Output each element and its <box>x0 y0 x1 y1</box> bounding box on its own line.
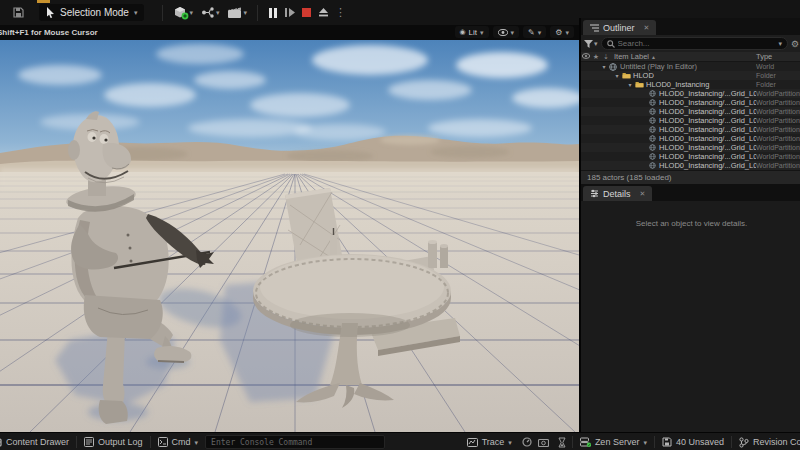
add-actor-icon[interactable]: ▾ <box>169 4 197 22</box>
actor-icon <box>647 117 657 124</box>
zen-server-icon <box>580 437 591 447</box>
output-log-button[interactable]: Output Log <box>77 433 150 450</box>
hourglass-icon <box>552 433 572 450</box>
expand-arrow-icon[interactable]: ▾ <box>600 63 608 70</box>
outliner-row[interactable]: ▾HLOD0_InstancingFolder <box>581 80 800 89</box>
star-column-icon[interactable]: ★ <box>591 53 601 60</box>
row-type: WorldPartitionH <box>756 90 800 97</box>
details-tab-label: Details <box>603 189 631 199</box>
outliner-row[interactable]: HLOD0_Instancing/...Grid_L0_X-1_Y-3_Z0Wo… <box>581 107 800 116</box>
selection-mode-dropdown[interactable]: Selection Mode ▾ <box>39 4 144 21</box>
item-label-column-header[interactable]: Item Label ▲ <box>611 52 756 61</box>
search-history-chevron[interactable]: ▾ <box>778 40 782 47</box>
stop-button[interactable] <box>299 5 314 21</box>
row-type: WorldPartitionH <box>756 153 800 160</box>
filter-icon <box>584 40 593 48</box>
outliner-row[interactable]: ▾Untitled (Play In Editor)World <box>581 62 800 71</box>
toolbar-overflow-icon[interactable]: ⋮ <box>333 5 348 21</box>
actor-icon <box>647 90 657 97</box>
outliner-row[interactable]: HLOD0_Instancing/...Grid_L0_X-1_Y-1_Z0Wo… <box>581 89 800 98</box>
row-type: WorldPartitionH <box>756 135 800 142</box>
outliner-row[interactable]: HLOD0_Instancing/...Grid_L0_X-1_Y2_Z0Wor… <box>581 143 800 152</box>
outliner-list-icon <box>590 24 599 32</box>
row-label: HLOD0_Instancing/...Grid_L0_X-1_Y-4_Z0 <box>657 116 756 125</box>
outliner-searchbox[interactable]: ▾ <box>601 37 788 50</box>
step-frame-button[interactable] <box>282 5 297 21</box>
visibility-column-icon[interactable] <box>581 53 591 60</box>
unreal-editor-window: Selection Mode ▾ ▾ ▾ ▾ ⋮ Shift+F1 for Mo… <box>0 0 800 450</box>
unsaved-button[interactable]: 40 Unsaved <box>655 433 731 450</box>
output-log-icon <box>84 437 94 447</box>
outliner-row[interactable]: HLOD0_Instancing/...Grid_L0_X-1_Y-4_Z0Wo… <box>581 116 800 125</box>
actor-icon <box>647 135 657 142</box>
row-label: HLOD0_Instancing/...Grid_L0_X-1_Y-2_Z0 <box>657 98 756 107</box>
eject-button[interactable] <box>316 5 331 21</box>
expand-arrow-icon[interactable]: ▾ <box>613 72 621 79</box>
search-input[interactable] <box>618 39 776 48</box>
row-type: WorldPartitionH <box>756 126 800 133</box>
close-icon[interactable]: ✕ <box>644 24 650 32</box>
right-panel: Outliner ✕ ▾ ▾ ⚙ ★ ⇣ Item Label <box>579 18 800 432</box>
eye-icon <box>498 29 508 36</box>
level-viewport[interactable]: Shift+F1 for Mouse Cursor ◉ Lit ▾ ▾ ✎ ▾ … <box>0 25 579 432</box>
row-type: Folder <box>756 72 800 79</box>
bottom-status-bar: Content Drawer Output Log Cmd ▾ Trace ▾ <box>0 432 800 450</box>
content-drawer-button[interactable]: Content Drawer <box>0 433 76 450</box>
outliner-row[interactable]: HLOD0_Instancing/...Grid_L0_X-2_Y-1_Z0Wo… <box>581 161 800 170</box>
cinematics-icon[interactable]: ▾ <box>223 4 251 22</box>
cmd-dropdown[interactable]: Cmd ▾ <box>151 433 206 450</box>
outliner-row[interactable]: HLOD0_Instancing/...Grid_L0_X-1_Y3_Z0Wor… <box>581 152 800 161</box>
details-body: Select an object to view details. <box>581 201 800 430</box>
revision-control-button[interactable]: Revision Control <box>732 433 800 450</box>
tab-details[interactable]: Details ✕ <box>583 186 652 201</box>
row-label: HLOD0_Instancing/...Grid_L0_X-1_Y2_Z0 <box>657 143 756 152</box>
row-type: WorldPartitionH <box>756 108 800 115</box>
row-label: HLOD0_Instancing/...Grid_L0_X-1_Y3_Z0 <box>657 152 756 161</box>
outliner-row[interactable]: HLOD0_Instancing/...Grid_L0_X-1_Y-2_Z0Wo… <box>581 98 800 107</box>
insights-icon[interactable] <box>519 433 535 450</box>
row-label: HLOD0_Instancing <box>644 80 756 89</box>
details-empty-message: Select an object to view details. <box>581 201 800 228</box>
folder-icon <box>634 81 644 88</box>
save-icon[interactable] <box>8 4 29 22</box>
close-icon[interactable]: ✕ <box>640 190 646 198</box>
toolbar-separator <box>257 5 258 21</box>
row-type: WorldPartitionH <box>756 99 800 106</box>
outliner-row[interactable]: ▾HLODFolder <box>581 71 800 80</box>
zen-server-dropdown[interactable]: Zen Server ▾ <box>573 433 654 450</box>
actor-icon <box>647 108 657 115</box>
search-icon <box>607 40 615 48</box>
viewport-tools-dropdown[interactable]: ✎ ▾ <box>523 26 546 38</box>
blueprints-icon[interactable]: ▾ <box>197 4 224 22</box>
expand-arrow-icon[interactable]: ▾ <box>626 81 634 88</box>
pen-icon: ✎ <box>528 28 535 37</box>
row-type: WorldPartitionH <box>756 117 800 124</box>
actor-icon <box>647 144 657 151</box>
console-command-input[interactable] <box>205 435 385 449</box>
trace-dropdown[interactable]: Trace ▾ <box>460 433 519 450</box>
level-tab-remnant <box>37 0 50 3</box>
details-sliders-icon <box>590 189 599 198</box>
view-mode-dropdown[interactable]: ◉ Lit ▾ <box>455 26 489 38</box>
content-drawer-icon <box>0 437 2 447</box>
pie-hint-text: Shift+F1 for Mouse Cursor <box>0 28 98 37</box>
show-flags-dropdown[interactable]: ▾ <box>493 26 520 38</box>
pin-column-icon[interactable]: ⇣ <box>601 53 611 60</box>
actor-icon <box>647 99 657 106</box>
type-column-header[interactable]: Type <box>756 52 800 61</box>
outliner-row[interactable]: HLOD0_Instancing/...Grid_L0_X-1_Y1_Z0Wor… <box>581 134 800 143</box>
row-label: HLOD0_Instancing/...Grid_L0_X-1_Y-3_Z0 <box>657 107 756 116</box>
outliner-search-row: ▾ ▾ ⚙ <box>581 35 800 52</box>
outliner-row[interactable]: HLOD0_Instancing/...Grid_L0_X-1_Y0_Z0Wor… <box>581 125 800 134</box>
viewport-settings-dropdown[interactable]: ⚙ ▾ <box>550 26 574 38</box>
row-label: HLOD0_Instancing/...Grid_L0_X-1_Y-1_Z0 <box>657 89 756 98</box>
sort-ascending-icon: ▲ <box>651 54 656 60</box>
pause-button[interactable] <box>265 5 280 21</box>
outliner-settings-icon[interactable]: ⚙ <box>791 39 799 49</box>
filter-dropdown[interactable]: ▾ <box>584 40 598 48</box>
tab-outliner[interactable]: Outliner ✕ <box>583 20 656 35</box>
row-label: Untitled (Play In Editor) <box>618 62 756 71</box>
screenshot-icon[interactable] <box>535 433 552 450</box>
actor-icon <box>647 126 657 133</box>
row-label: HLOD0_Instancing/...Grid_L0_X-1_Y0_Z0 <box>657 125 756 134</box>
